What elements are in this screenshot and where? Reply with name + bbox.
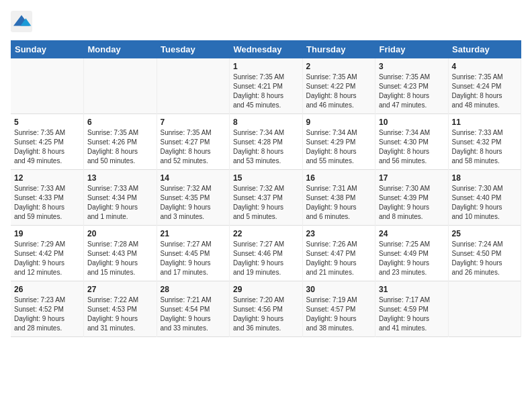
calendar-cell: 19Sunrise: 7:29 AM Sunset: 4:42 PM Dayli… (11, 226, 84, 281)
calendar-cell: 27Sunrise: 7:22 AM Sunset: 4:53 PM Dayli… (84, 281, 157, 337)
day-details: Sunrise: 7:33 AM Sunset: 4:34 PM Dayligh… (87, 184, 153, 222)
day-number: 2 (306, 62, 372, 71)
calendar-cell: 4Sunrise: 7:35 AM Sunset: 4:24 PM Daylig… (448, 58, 521, 114)
header-day: Friday (375, 40, 449, 58)
calendar-header: SundayMondayTuesdayWednesdayThursdayFrid… (11, 40, 521, 58)
day-details: Sunrise: 7:30 AM Sunset: 4:40 PM Dayligh… (452, 184, 518, 222)
header-day: Tuesday (157, 40, 230, 58)
day-details: Sunrise: 7:35 AM Sunset: 4:26 PM Dayligh… (87, 128, 153, 166)
day-details: Sunrise: 7:20 AM Sunset: 4:56 PM Dayligh… (233, 295, 299, 333)
calendar-cell: 24Sunrise: 7:25 AM Sunset: 4:49 PM Dayli… (375, 226, 449, 281)
calendar-cell: 15Sunrise: 7:32 AM Sunset: 4:37 PM Dayli… (230, 170, 303, 226)
header-day: Wednesday (230, 40, 303, 58)
day-number: 24 (379, 229, 445, 238)
day-number: 10 (379, 118, 445, 127)
day-details: Sunrise: 7:35 AM Sunset: 4:24 PM Dayligh… (452, 73, 518, 110)
calendar-cell: 2Sunrise: 7:35 AM Sunset: 4:22 PM Daylig… (302, 58, 375, 114)
day-details: Sunrise: 7:25 AM Sunset: 4:49 PM Dayligh… (379, 240, 445, 277)
calendar-cell: 20Sunrise: 7:28 AM Sunset: 4:43 PM Dayli… (84, 226, 157, 281)
day-details: Sunrise: 7:35 AM Sunset: 4:22 PM Dayligh… (306, 73, 372, 110)
calendar-cell: 13Sunrise: 7:33 AM Sunset: 4:34 PM Dayli… (84, 170, 157, 226)
day-details: Sunrise: 7:34 AM Sunset: 4:28 PM Dayligh… (233, 128, 299, 166)
day-details: Sunrise: 7:35 AM Sunset: 4:27 PM Dayligh… (161, 128, 226, 166)
day-number: 30 (306, 285, 372, 294)
calendar-cell (11, 58, 84, 114)
header-day: Sunday (11, 40, 84, 58)
calendar-cell (84, 58, 157, 114)
calendar-cell: 23Sunrise: 7:26 AM Sunset: 4:47 PM Dayli… (302, 226, 375, 281)
day-number: 26 (14, 285, 80, 294)
day-number: 20 (87, 229, 153, 238)
day-number: 16 (306, 173, 372, 183)
day-details: Sunrise: 7:27 AM Sunset: 4:45 PM Dayligh… (161, 240, 226, 277)
day-details: Sunrise: 7:34 AM Sunset: 4:30 PM Dayligh… (379, 128, 445, 166)
day-number: 28 (161, 285, 226, 294)
calendar-week-row: 1Sunrise: 7:35 AM Sunset: 4:21 PM Daylig… (11, 58, 521, 114)
day-number: 27 (87, 285, 153, 294)
day-number: 7 (161, 118, 226, 127)
day-details: Sunrise: 7:22 AM Sunset: 4:53 PM Dayligh… (87, 295, 153, 333)
calendar-cell: 10Sunrise: 7:34 AM Sunset: 4:30 PM Dayli… (375, 114, 449, 170)
calendar-cell: 28Sunrise: 7:21 AM Sunset: 4:54 PM Dayli… (157, 281, 230, 337)
day-details: Sunrise: 7:21 AM Sunset: 4:54 PM Dayligh… (161, 295, 226, 333)
calendar-cell: 9Sunrise: 7:34 AM Sunset: 4:29 PM Daylig… (302, 114, 375, 170)
day-details: Sunrise: 7:27 AM Sunset: 4:46 PM Dayligh… (233, 240, 299, 277)
day-number: 18 (452, 173, 518, 183)
day-details: Sunrise: 7:19 AM Sunset: 4:57 PM Dayligh… (306, 295, 372, 333)
day-number: 13 (87, 173, 153, 183)
calendar-week-row: 5Sunrise: 7:35 AM Sunset: 4:25 PM Daylig… (11, 114, 521, 170)
day-details: Sunrise: 7:35 AM Sunset: 4:25 PM Dayligh… (14, 128, 80, 166)
logo (11, 11, 36, 32)
header-day: Monday (84, 40, 157, 58)
day-details: Sunrise: 7:34 AM Sunset: 4:29 PM Dayligh… (306, 128, 372, 166)
calendar-cell: 17Sunrise: 7:30 AM Sunset: 4:39 PM Dayli… (375, 170, 449, 226)
calendar-cell: 16Sunrise: 7:31 AM Sunset: 4:38 PM Dayli… (302, 170, 375, 226)
calendar-cell: 5Sunrise: 7:35 AM Sunset: 4:25 PM Daylig… (11, 114, 84, 170)
day-number: 15 (233, 173, 299, 183)
day-details: Sunrise: 7:32 AM Sunset: 4:35 PM Dayligh… (161, 184, 226, 222)
day-number: 23 (306, 229, 372, 238)
calendar-week-row: 19Sunrise: 7:29 AM Sunset: 4:42 PM Dayli… (11, 226, 521, 281)
calendar-body: 1Sunrise: 7:35 AM Sunset: 4:21 PM Daylig… (11, 58, 521, 337)
day-number: 31 (379, 285, 445, 294)
calendar-table: SundayMondayTuesdayWednesdayThursdayFrid… (11, 40, 521, 337)
day-number: 6 (87, 118, 153, 127)
day-details: Sunrise: 7:35 AM Sunset: 4:23 PM Dayligh… (379, 73, 445, 110)
header-day: Thursday (302, 40, 375, 58)
day-details: Sunrise: 7:23 AM Sunset: 4:52 PM Dayligh… (14, 295, 80, 333)
day-number: 19 (14, 229, 80, 238)
calendar-cell: 12Sunrise: 7:33 AM Sunset: 4:33 PM Dayli… (11, 170, 84, 226)
day-number: 29 (233, 285, 299, 294)
calendar-cell: 3Sunrise: 7:35 AM Sunset: 4:23 PM Daylig… (375, 58, 449, 114)
day-number: 4 (452, 62, 518, 71)
day-details: Sunrise: 7:31 AM Sunset: 4:38 PM Dayligh… (306, 184, 372, 222)
day-number: 8 (233, 118, 299, 127)
day-number: 25 (452, 229, 518, 238)
day-number: 12 (14, 173, 80, 183)
logo-icon (11, 11, 32, 32)
calendar-cell (157, 58, 230, 114)
calendar-cell: 1Sunrise: 7:35 AM Sunset: 4:21 PM Daylig… (230, 58, 303, 114)
calendar-cell: 29Sunrise: 7:20 AM Sunset: 4:56 PM Dayli… (230, 281, 303, 337)
calendar-cell: 11Sunrise: 7:33 AM Sunset: 4:32 PM Dayli… (448, 114, 521, 170)
calendar-cell: 25Sunrise: 7:24 AM Sunset: 4:50 PM Dayli… (448, 226, 521, 281)
calendar-cell: 6Sunrise: 7:35 AM Sunset: 4:26 PM Daylig… (84, 114, 157, 170)
day-number: 11 (452, 118, 518, 127)
calendar-cell: 8Sunrise: 7:34 AM Sunset: 4:28 PM Daylig… (230, 114, 303, 170)
calendar-cell: 18Sunrise: 7:30 AM Sunset: 4:40 PM Dayli… (448, 170, 521, 226)
day-details: Sunrise: 7:24 AM Sunset: 4:50 PM Dayligh… (452, 240, 518, 277)
calendar-week-row: 26Sunrise: 7:23 AM Sunset: 4:52 PM Dayli… (11, 281, 521, 337)
day-number: 5 (14, 118, 80, 127)
day-details: Sunrise: 7:30 AM Sunset: 4:39 PM Dayligh… (379, 184, 445, 222)
day-number: 17 (379, 173, 445, 183)
calendar-cell: 22Sunrise: 7:27 AM Sunset: 4:46 PM Dayli… (230, 226, 303, 281)
day-details: Sunrise: 7:33 AM Sunset: 4:33 PM Dayligh… (14, 184, 80, 222)
day-details: Sunrise: 7:32 AM Sunset: 4:37 PM Dayligh… (233, 184, 299, 222)
day-number: 21 (161, 229, 226, 238)
header-row: SundayMondayTuesdayWednesdayThursdayFrid… (11, 40, 521, 58)
calendar-cell: 14Sunrise: 7:32 AM Sunset: 4:35 PM Dayli… (157, 170, 230, 226)
day-details: Sunrise: 7:35 AM Sunset: 4:21 PM Dayligh… (233, 73, 299, 110)
day-number: 14 (161, 173, 226, 183)
calendar-cell (448, 281, 521, 337)
header-day: Saturday (448, 40, 521, 58)
